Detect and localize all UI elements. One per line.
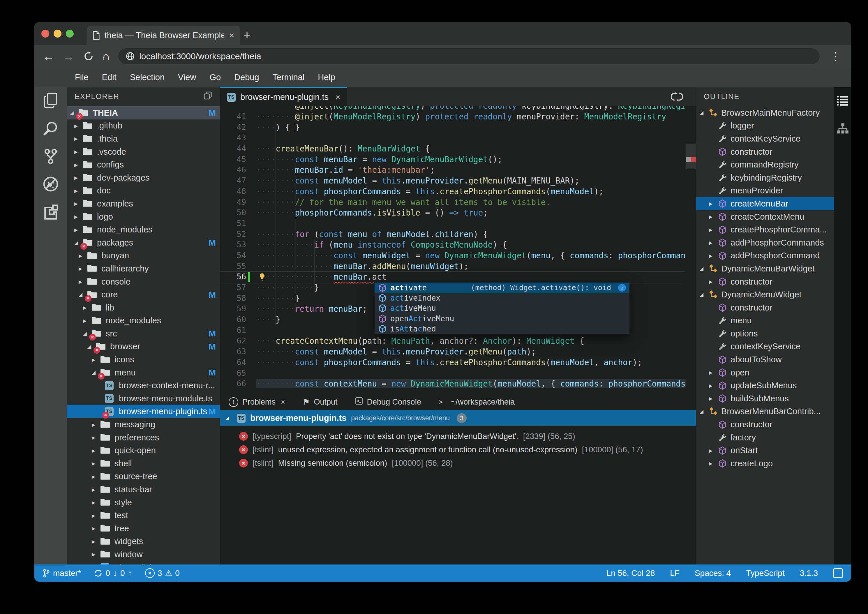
menu-debug[interactable]: Debug bbox=[228, 73, 266, 82]
tree-item-browser-menu-plugin.ts[interactable]: TS×browser-menu-plugin.tsM bbox=[67, 405, 220, 418]
outline-item-DynamicMenuWidget[interactable]: ◢DynamicMenuWidget bbox=[696, 288, 834, 301]
outline-item-aboutToShow[interactable]: aboutToShow bbox=[696, 353, 834, 366]
code-line-45[interactable]: 45········const menuBar = new DynamicMen… bbox=[220, 154, 685, 165]
tree-twistie-icon[interactable]: ▸ bbox=[74, 212, 83, 221]
lightbulb-icon[interactable] bbox=[257, 272, 267, 282]
cursor-position[interactable]: Ln 56, Col 28 bbox=[606, 569, 655, 578]
debug-icon[interactable] bbox=[42, 176, 59, 192]
feedback-icon[interactable] bbox=[833, 568, 843, 578]
tree-twistie-icon[interactable]: ▸ bbox=[74, 122, 83, 130]
reload-icon[interactable] bbox=[83, 51, 94, 62]
tree-item-console[interactable]: ▸console bbox=[67, 275, 220, 288]
tree-item-tree[interactable]: ▸tree bbox=[67, 522, 220, 535]
language-indicator[interactable]: TypeScript bbox=[746, 569, 784, 578]
browser-tab[interactable]: theia — Theia Browser Example × bbox=[87, 26, 240, 45]
tree-twistie-icon[interactable]: ▸ bbox=[74, 226, 83, 234]
tree-twistie-icon[interactable]: ▸ bbox=[74, 200, 83, 208]
code-line-49[interactable]: 49········// for the main menu we want a… bbox=[220, 197, 685, 208]
problem-row[interactable]: ×[tslint]Missing semicolon (semicolon)[1… bbox=[220, 456, 696, 470]
panel-tab-problems[interactable]: !Problems× bbox=[229, 397, 285, 407]
tree-item-source-tree[interactable]: ▸source-tree bbox=[67, 470, 220, 483]
scrollbar-slider[interactable] bbox=[686, 144, 696, 169]
close-tab-icon[interactable]: × bbox=[229, 30, 234, 40]
menu-view[interactable]: View bbox=[171, 73, 203, 82]
tree-item-shell[interactable]: ▸shell bbox=[67, 457, 220, 470]
outline-item-keybindingRegistry[interactable]: keybindingRegistry bbox=[696, 171, 834, 185]
tree-twistie-icon[interactable]: ▸ bbox=[92, 512, 101, 519]
tree-twistie-icon[interactable]: ▸ bbox=[92, 473, 101, 481]
tree-twistie-icon[interactable]: ▸ bbox=[74, 135, 83, 143]
split-editor-icon[interactable] bbox=[671, 91, 683, 104]
tree-item-callhierarchy[interactable]: ▸callhierarchy bbox=[67, 262, 220, 275]
tree-twistie-icon[interactable]: ▸ bbox=[74, 148, 83, 156]
panel-tab--workspace-theia[interactable]: >_~/workspace/theia bbox=[439, 398, 515, 406]
editor-tab[interactable]: TS browser-menu-plugin.ts × bbox=[220, 87, 347, 106]
tree-twistie-icon[interactable]: ▸ bbox=[709, 239, 718, 247]
tree-item-bunyan[interactable]: ▸bunyan bbox=[67, 249, 220, 262]
code-line-48[interactable]: 48········const phosphorCommands = this.… bbox=[220, 186, 685, 197]
tree-item-node_modules[interactable]: ▸node_modules bbox=[67, 223, 220, 236]
tree-item-packages[interactable]: ◢×packagesM bbox=[67, 236, 220, 249]
code-editor[interactable]: ········@inject(KeybindingRegistry) prot… bbox=[220, 106, 696, 394]
tree-item-quick-open[interactable]: ▸quick-open bbox=[67, 444, 220, 457]
version-indicator[interactable]: 3.1.3 bbox=[800, 569, 818, 578]
outline-item-menu[interactable]: menu bbox=[696, 314, 834, 327]
problem-row[interactable]: ×[typescript]Property 'act' does not exi… bbox=[220, 429, 696, 443]
outline-item-contextKeyService[interactable]: contextKeyService bbox=[696, 340, 834, 353]
tree-twistie-icon[interactable]: ▸ bbox=[92, 433, 101, 442]
address-bar[interactable]: localhost:3000/workspace/theia bbox=[118, 48, 820, 64]
suggest-item[interactable]: openActiveMenu bbox=[375, 313, 629, 324]
tree-twistie-icon[interactable]: ▸ bbox=[79, 252, 87, 260]
suggest-item[interactable]: activate(method) Widget.activate(): void… bbox=[375, 282, 629, 293]
tree-twistie-icon[interactable]: ▸ bbox=[74, 174, 83, 182]
tree-twistie-icon[interactable]: ▸ bbox=[92, 356, 101, 364]
outline-item-DynamicMenuBarWidget[interactable]: ◢DynamicMenuBarWidget bbox=[696, 262, 834, 275]
outline-item-onStart[interactable]: ▸onStart bbox=[696, 444, 834, 457]
tree-item-style[interactable]: ▸style bbox=[67, 496, 220, 509]
tree-twistie-icon[interactable]: ▸ bbox=[83, 316, 92, 325]
tree-item-menu[interactable]: ◢×menuM bbox=[67, 366, 220, 379]
outline-item-BrowserMainMenuFactory[interactable]: ◢BrowserMainMenuFactory bbox=[696, 106, 834, 119]
tree-item-icons[interactable]: ▸icons bbox=[67, 353, 220, 366]
tree-twistie-icon[interactable]: ▸ bbox=[83, 304, 92, 312]
tree-twistie-icon[interactable]: ◢ bbox=[700, 408, 708, 414]
tree-item-src[interactable]: ◢×srcM bbox=[67, 327, 220, 340]
outline-item-constructor[interactable]: constructor bbox=[696, 145, 834, 158]
tree-twistie-icon[interactable]: ▸ bbox=[92, 447, 101, 455]
tree-item-lib[interactable]: ▸lib bbox=[67, 301, 220, 314]
code-line-40[interactable]: ········@inject(KeybindingRegistry) prot… bbox=[220, 106, 685, 111]
editor-scrollbar[interactable] bbox=[686, 106, 696, 394]
outline-item-menuProvider[interactable]: menuProvider bbox=[696, 185, 834, 197]
outline-item-factory[interactable]: factory bbox=[696, 431, 834, 444]
outline-item-createPhosphorComma...[interactable]: ▸createPhosphorComma... bbox=[696, 223, 834, 236]
tree-item-test[interactable]: ▸test bbox=[67, 509, 220, 522]
new-tab-button[interactable]: + bbox=[238, 26, 256, 45]
tree-item-preferences[interactable]: ▸preferences bbox=[67, 431, 220, 444]
tree-item-.github[interactable]: ▸.github bbox=[67, 119, 220, 133]
code-line-47[interactable]: 47········const menuModel = this.menuPro… bbox=[220, 175, 685, 186]
menu-selection[interactable]: Selection bbox=[123, 73, 171, 82]
tree-twistie-icon[interactable]: ◢ bbox=[700, 291, 708, 298]
code-line-42[interactable]: 42····) { } bbox=[220, 122, 685, 133]
git-branch-status[interactable]: master* bbox=[42, 569, 81, 578]
menu-file[interactable]: File bbox=[68, 73, 95, 82]
tree-item-browser-context-menu-r...[interactable]: TSbrowser-context-menu-r... bbox=[67, 379, 220, 392]
menu-terminal[interactable]: Terminal bbox=[266, 73, 312, 82]
tree-twistie-icon[interactable]: ▸ bbox=[92, 420, 101, 429]
tree-item-examples[interactable]: ▸examples bbox=[67, 197, 220, 210]
menu-edit[interactable]: Edit bbox=[95, 73, 123, 82]
outline-item-commandRegistry[interactable]: commandRegistry bbox=[696, 158, 834, 171]
git-sync-status[interactable]: 0 ↓ 0 ↑ bbox=[94, 568, 132, 578]
close-window-button[interactable] bbox=[41, 30, 49, 37]
code-line-50[interactable]: 50········phosphorCommands.isVisible = (… bbox=[220, 208, 685, 218]
outline-item-constructor[interactable]: constructor bbox=[696, 418, 834, 431]
menu-help[interactable]: Help bbox=[311, 73, 342, 82]
tree-item-.vscode[interactable]: ▸.vscode bbox=[67, 145, 220, 158]
tree-twistie-icon[interactable]: ▸ bbox=[709, 369, 718, 377]
code-line-66[interactable]: 66········const contextMenu = new Dynami… bbox=[220, 378, 685, 389]
eol-indicator[interactable]: LF bbox=[670, 569, 680, 578]
outline-item-createMenuBar[interactable]: ▸createMenuBar bbox=[696, 197, 834, 210]
code-line-62[interactable]: 62····createContextMenu(path: MenuPath, … bbox=[220, 335, 685, 346]
outline-item-buildSubMenus[interactable]: ▸buildSubMenus bbox=[696, 392, 834, 405]
info-icon[interactable]: i bbox=[618, 284, 626, 291]
